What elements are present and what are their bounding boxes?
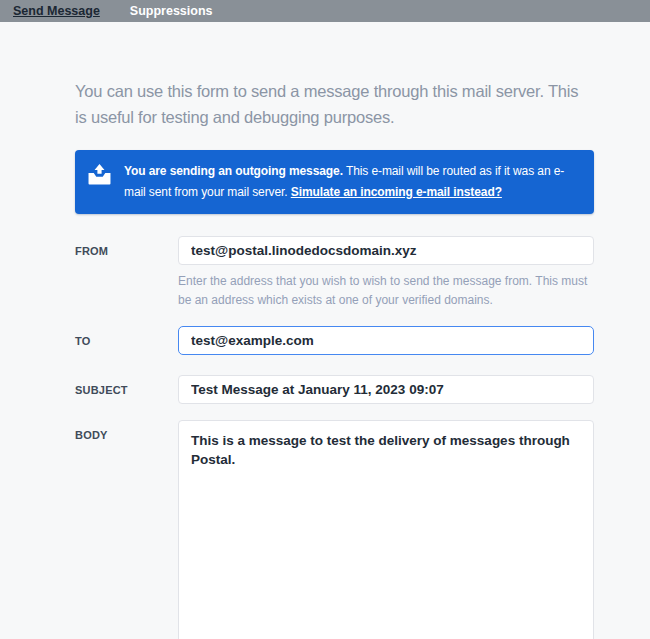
to-field-row: TO (75, 326, 594, 355)
from-help-text: Enter the address that you wish to wish … (178, 272, 594, 310)
from-field-row: FROM Enter the address that you wish to … (75, 236, 594, 310)
body-label: BODY (75, 420, 178, 639)
banner-bold-text: You are sending an outgoing message. (124, 164, 343, 178)
outgoing-message-banner: You are sending an outgoing message. Thi… (75, 150, 594, 214)
top-tab-bar: Send Message Suppressions (0, 0, 650, 22)
to-label: TO (75, 326, 178, 355)
tab-send-message[interactable]: Send Message (13, 0, 100, 22)
body-field-row: BODY This is a message to test the deliv… (75, 420, 594, 639)
banner-text: You are sending an outgoing message. Thi… (124, 161, 580, 203)
body-textarea[interactable]: This is a message to test the delivery o… (178, 420, 594, 639)
subject-field-column (178, 375, 594, 404)
intro-text: You can use this form to send a message … (75, 22, 594, 130)
from-input[interactable] (178, 236, 594, 265)
to-input[interactable] (178, 326, 594, 355)
subject-field-row: SUBJECT (75, 375, 594, 404)
to-field-column (178, 326, 594, 355)
subject-input[interactable] (178, 375, 594, 404)
body-field-column: This is a message to test the delivery o… (178, 420, 594, 639)
from-label: FROM (75, 236, 178, 310)
tab-suppressions[interactable]: Suppressions (130, 0, 213, 22)
simulate-incoming-link[interactable]: Simulate an incoming e-mail instead? (291, 185, 502, 199)
outbox-icon (88, 164, 111, 185)
subject-label: SUBJECT (75, 375, 178, 404)
from-field-column: Enter the address that you wish to wish … (178, 236, 594, 310)
send-message-page: You can use this form to send a message … (0, 22, 650, 639)
